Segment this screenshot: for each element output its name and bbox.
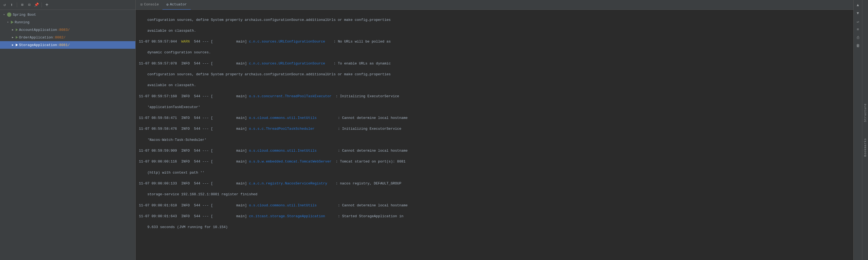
- group-icon[interactable]: ⊞: [20, 2, 25, 7]
- storage-play-icon: [16, 44, 18, 46]
- log-line-15: storage-service 192.168.152.1:8081 regis…: [139, 192, 850, 197]
- storage-port: :8081/: [57, 43, 70, 47]
- settings-icon[interactable]: ≡: [855, 27, 861, 33]
- log-line-4: configuration sources, define System pro…: [139, 72, 850, 77]
- spring-boot-label: Spring Boot: [13, 13, 36, 17]
- collapse-arrow: ▾: [3, 13, 7, 16]
- running-label: Running: [14, 20, 30, 24]
- scroll-down-icon[interactable]: ▼: [855, 10, 861, 16]
- tree-item-storage[interactable]: ▶ StorageApplication :8081/: [0, 41, 135, 49]
- tab-console[interactable]: ⊡ Console: [137, 0, 162, 10]
- tree-item-running[interactable]: ▾ Running: [0, 18, 135, 26]
- running-arrow: ▾: [7, 21, 11, 24]
- log-line-12: 11-07 09:00:00:116 INFO 544 --- [ main] …: [139, 159, 850, 165]
- tree-area: ▾ Spring Boot ▾ Running ▶ AccountApplica…: [0, 10, 135, 260]
- order-port: :8082/: [53, 35, 66, 40]
- log-line-1: 11-07 08:59:57:044 WARN 544 --- [ main] …: [139, 39, 850, 45]
- spring-boot-icon: [7, 12, 11, 17]
- account-label: AccountApplication: [19, 28, 57, 32]
- structure-label[interactable]: Structure: [864, 104, 867, 122]
- running-play-icon: [11, 21, 13, 24]
- up-icon[interactable]: ⬆: [9, 2, 14, 7]
- log-line-2: dynamic configuration sources.: [139, 50, 850, 55]
- trash-icon[interactable]: 🗑: [855, 43, 861, 49]
- add-icon[interactable]: +: [44, 2, 50, 7]
- actuator-icon: ⚙: [166, 2, 168, 7]
- log-line-3: 11-07 08:59:57:078 INFO 544 --- [ main] …: [139, 61, 850, 67]
- toolbar-separator-2: [41, 2, 42, 7]
- log-line-14: 11-07 09:00:00:133 INFO 544 --- [ main] …: [139, 181, 850, 187]
- pin-icon[interactable]: 📌: [34, 2, 39, 7]
- storage-arrow: ▶: [12, 43, 16, 46]
- tree-item-order[interactable]: ▶ OrderApplication :8082/: [0, 34, 135, 41]
- far-right-panel: Structure Bookmarks: [862, 0, 868, 260]
- log-line-11: 11-07 08:59:59:909 INFO 544 --- [ main] …: [139, 148, 850, 154]
- log-line-0b: available on classpath.: [139, 28, 850, 34]
- log-line-5: available on classpath.: [139, 83, 850, 88]
- storage-label: StorageApplication: [19, 43, 57, 47]
- tab-actuator[interactable]: ⚙ Actuator: [162, 0, 190, 10]
- log-line-13: (http) with context path '': [139, 170, 850, 176]
- bookmarks-label[interactable]: Bookmarks: [864, 138, 867, 156]
- print-icon[interactable]: ⎙: [855, 35, 861, 41]
- account-arrow: ▶: [12, 28, 16, 31]
- reload-icon[interactable]: ↺: [2, 2, 7, 7]
- log-line-8: 11-07 08:59:58:471 INFO 544 --- [ main] …: [139, 115, 850, 121]
- scroll-up-icon[interactable]: ▲: [855, 2, 861, 8]
- toolbar-separator: [17, 2, 17, 7]
- console-output[interactable]: configuration sources, define System pro…: [135, 10, 854, 260]
- filter-icon[interactable]: ⊟: [27, 2, 32, 7]
- log-line-17: 11-07 09:00:01:643 INFO 544 --- [ main] …: [139, 214, 850, 219]
- right-panel: ⊡ Console ⚙ Actuator configuration sourc…: [135, 0, 854, 260]
- order-arrow: ▶: [12, 36, 16, 39]
- order-play-icon: [16, 36, 18, 39]
- left-panel: ↺ ⬆ ⊞ ⊟ 📌 + ▾ Spring Boot ▾ Running ▶ A: [0, 0, 135, 260]
- tree-item-spring-boot[interactable]: ▾ Spring Boot: [0, 11, 135, 18]
- account-play-icon: [16, 29, 18, 31]
- tab-actuator-label: Actuator: [170, 2, 187, 6]
- account-port: :8083/: [57, 28, 70, 32]
- log-line-7: 'applicationTaskExecutor': [139, 105, 850, 110]
- log-line-10: 'Nacos-Watch-Task-Scheduler': [139, 137, 850, 143]
- log-line-9: 11-07 08:59:58:476 INFO 544 --- [ main] …: [139, 126, 850, 132]
- tree-item-account[interactable]: ▶ AccountApplication :8083/: [0, 26, 135, 34]
- right-sidebar: ▲ ▼ ↵ ≡ ⎙ 🗑: [854, 0, 862, 260]
- log-line-6: 11-07 08:59:57:160 INFO 544 --- [ main] …: [139, 94, 850, 100]
- log-line-0: configuration sources, define System pro…: [139, 17, 850, 23]
- tab-bar: ⊡ Console ⚙ Actuator: [135, 0, 854, 10]
- console-icon: ⊡: [141, 2, 143, 7]
- toolbar: ↺ ⬆ ⊞ ⊟ 📌 +: [0, 0, 135, 10]
- log-line-18: 9.633 seconds (JVM running for 10.154): [139, 225, 850, 230]
- tab-console-label: Console: [144, 2, 159, 6]
- order-label: OrderApplication: [19, 35, 53, 40]
- log-line-16: 11-07 09:00:01:610 INFO 544 --- [ main] …: [139, 203, 850, 209]
- soft-wrap-icon[interactable]: ↵: [855, 18, 861, 24]
